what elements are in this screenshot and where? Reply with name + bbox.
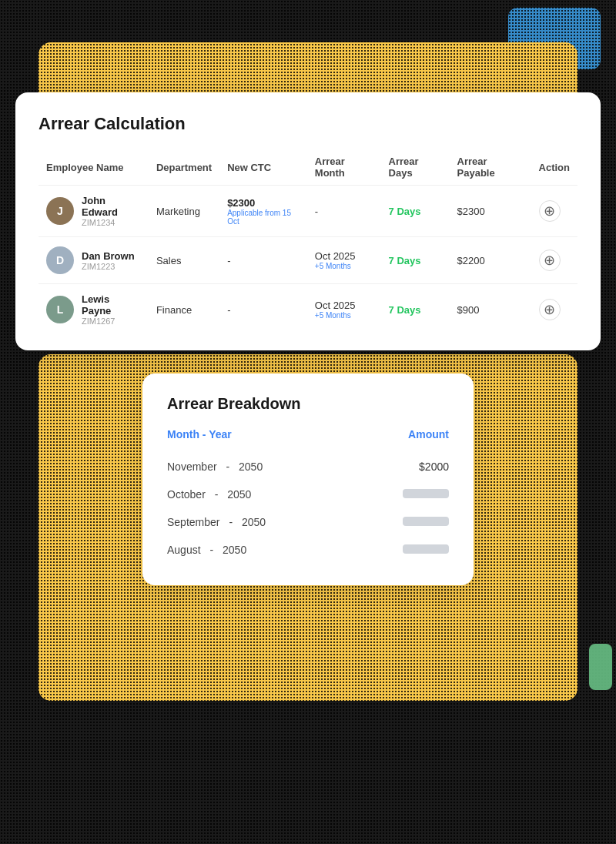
employee-info: Lewis Payne ZIM1267 xyxy=(82,293,141,326)
employee-cell: J John Edward ZIM1234 xyxy=(38,186,149,237)
table-row: D Dan Brown ZIM1223 Sales-Oct 2025+5 Mon… xyxy=(38,237,578,284)
breakdown-month-name: October xyxy=(167,488,206,501)
arrear-month-cell: Oct 2025+5 Months xyxy=(307,237,381,284)
breakdown-sep: - xyxy=(226,461,229,473)
amount-blurred xyxy=(403,544,449,554)
arrear-days-value: 7 Days xyxy=(389,255,421,266)
employee-cell: L Lewis Payne ZIM1267 xyxy=(38,284,149,336)
col-new-ctc: New CTC xyxy=(219,149,307,186)
employee-name: John Edward xyxy=(82,195,141,218)
breakdown-month-name: September xyxy=(167,516,219,528)
decorative-green-corner xyxy=(589,644,612,690)
employee-name: Dan Brown xyxy=(82,250,135,262)
new-ctc-cell: - xyxy=(219,284,307,336)
breakdown-month-year: September - 2050 xyxy=(167,516,266,528)
employee-id: ZIM1234 xyxy=(82,218,141,227)
list-item: November - 2050$2000 xyxy=(167,453,449,481)
breakdown-year: 2050 xyxy=(227,488,251,501)
arrear-month-sub: +5 Months xyxy=(315,311,373,320)
col-arrear-month: Arrear Month xyxy=(307,149,381,186)
arrear-days-cell: 7 Days xyxy=(381,284,450,336)
arrear-calculation-card: Arrear Calculation Employee Name Departm… xyxy=(15,92,601,350)
list-item: August - 2050 xyxy=(167,536,449,564)
breakdown-month-year: October - 2050 xyxy=(167,488,251,501)
breakdown-amount-value xyxy=(403,516,449,528)
arrear-days-cell: 7 Days xyxy=(381,237,450,284)
breakdown-year: 2050 xyxy=(239,461,263,473)
amount-blurred xyxy=(403,489,449,498)
department-cell: Marketing xyxy=(149,186,219,237)
arrear-payable-cell: $900 xyxy=(450,284,531,336)
arrear-calculation-table: Employee Name Department New CTC Arrear … xyxy=(38,149,578,335)
employee-id: ZIM1267 xyxy=(82,316,141,326)
breakdown-col-month: Month - Year xyxy=(167,428,232,440)
action-button[interactable]: ⊕ xyxy=(539,200,561,222)
col-department: Department xyxy=(149,149,219,186)
breakdown-month-year: November - 2050 xyxy=(167,461,263,473)
department-cell: Finance xyxy=(149,284,219,336)
avatar: D xyxy=(46,246,74,274)
action-cell: ⊕ xyxy=(531,186,578,237)
list-item: October - 2050 xyxy=(167,481,449,508)
action-button[interactable]: ⊕ xyxy=(539,299,561,320)
breakdown-table-header: Month - Year Amount xyxy=(167,428,449,440)
employee-cell: D Dan Brown ZIM1223 xyxy=(38,237,149,284)
new-ctc-cell: $2300Applicable from 15 Oct xyxy=(219,186,307,237)
ctc-note: Applicable from 15 Oct xyxy=(227,209,300,226)
arrear-days-cell: 7 Days xyxy=(381,186,450,237)
arrear-payable-cell: $2200 xyxy=(450,237,531,284)
arrear-month-cell: - xyxy=(307,186,381,237)
avatar: L xyxy=(46,296,74,323)
breakdown-sep: - xyxy=(229,516,233,528)
breakdown-col-amount: Amount xyxy=(408,428,449,440)
breakdown-amount-value: $2000 xyxy=(419,461,449,473)
amount-blurred xyxy=(403,517,449,526)
breakdown-amount-value xyxy=(403,544,449,556)
arrear-days-value: 7 Days xyxy=(389,206,421,217)
breakdown-year: 2050 xyxy=(242,516,266,528)
department-cell: Sales xyxy=(149,237,219,284)
list-item: September - 2050 xyxy=(167,508,449,536)
breakdown-year: 2050 xyxy=(223,544,246,556)
arrear-calculation-title: Arrear Calculation xyxy=(38,114,578,134)
action-cell: ⊕ xyxy=(531,284,578,336)
arrear-month-cell: Oct 2025+5 Months xyxy=(307,284,381,336)
employee-info: John Edward ZIM1234 xyxy=(82,195,141,227)
table-row: J John Edward ZIM1234 Marketing$2300Appl… xyxy=(38,186,578,237)
col-arrear-days: Arrear Days xyxy=(381,149,450,186)
table-row: L Lewis Payne ZIM1267 Finance-Oct 2025+5… xyxy=(38,284,578,336)
arrear-breakdown-card: Arrear Breakdown Month - Year Amount Nov… xyxy=(142,373,474,585)
arrear-payable-cell: $2300 xyxy=(450,186,531,237)
breakdown-rows-container: November - 2050$2000October - 2050Septem… xyxy=(167,453,449,564)
new-ctc-cell: - xyxy=(219,237,307,284)
arrear-days-value: 7 Days xyxy=(389,304,421,316)
breakdown-sep: - xyxy=(215,488,219,501)
breakdown-month-name: November xyxy=(167,461,217,473)
employee-name: Lewis Payne xyxy=(82,293,141,316)
arrear-month-value: Oct 2025 xyxy=(315,250,373,262)
action-cell: ⊕ xyxy=(531,237,578,284)
employee-id: ZIM1223 xyxy=(82,262,135,271)
breakdown-title: Arrear Breakdown xyxy=(167,395,449,413)
arrear-month-value: Oct 2025 xyxy=(315,300,373,311)
breakdown-month-name: August xyxy=(167,544,201,556)
col-employee-name: Employee Name xyxy=(38,149,149,186)
breakdown-wrapper: Arrear Breakdown Month - Year Amount Nov… xyxy=(15,373,601,585)
breakdown-sep: - xyxy=(209,544,213,556)
employee-info: Dan Brown ZIM1223 xyxy=(82,250,135,271)
col-arrear-payable: Arrear Payable xyxy=(450,149,531,186)
avatar: J xyxy=(46,197,74,225)
breakdown-amount-value xyxy=(403,488,449,501)
arrear-month-sub: +5 Months xyxy=(315,262,373,270)
action-button[interactable]: ⊕ xyxy=(539,250,561,271)
col-action: Action xyxy=(531,149,578,186)
breakdown-month-year: August - 2050 xyxy=(167,544,246,556)
ctc-amount: $2300 xyxy=(227,197,300,209)
